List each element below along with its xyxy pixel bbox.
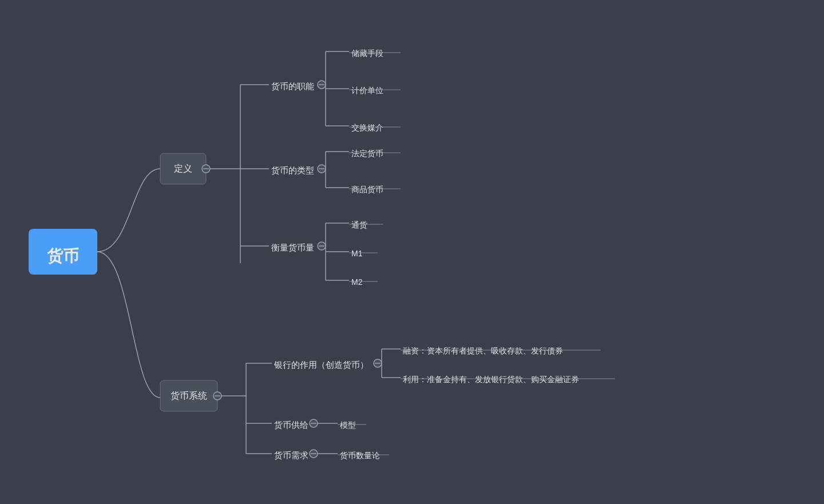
shangpin-label: 商品货币 [351,185,383,194]
jijia-label: 计价单位 [351,86,383,95]
M1-label: M1 [351,249,363,258]
hengliang-label: 衡量货币量 [271,243,314,252]
rongzi-label: 融资：资本所有者提供、吸收存款、发行债券 [403,347,563,355]
zhineng-label: 货币的职能 [271,81,314,91]
leixing-label: 货币的类型 [271,165,314,175]
liyi-label: 利用：准备金持有、发放银行贷款、购买金融证券 [403,375,579,384]
root-label: 货币 [47,247,79,265]
M2-label: M2 [351,277,363,287]
jiaohuan-label: 交换媒介 [351,123,383,132]
mind-map: 货币 定义 货币的职能 储藏手段 计价单位 交换媒介 货币的类型 法定货币 商品… [0,0,824,504]
shulilun-label: 货币数量论 [340,451,380,460]
cangzhu-label: 储藏手段 [351,49,383,58]
yinhang-label: 银行的作用（创造货币） [274,360,369,370]
dingyi-label: 定义 [174,164,192,173]
xuqiu-label: 货币需求 [274,450,308,460]
moxing-label: 模型 [340,420,356,430]
root-to-dingyi-line [97,169,160,252]
xitong-label: 货币系统 [171,391,207,400]
fading-label: 法定货币 [351,149,383,158]
root-to-xitong-line [97,252,160,398]
tonghuo-label: 通货 [351,220,367,229]
gongji-label: 货币供给 [274,420,308,430]
